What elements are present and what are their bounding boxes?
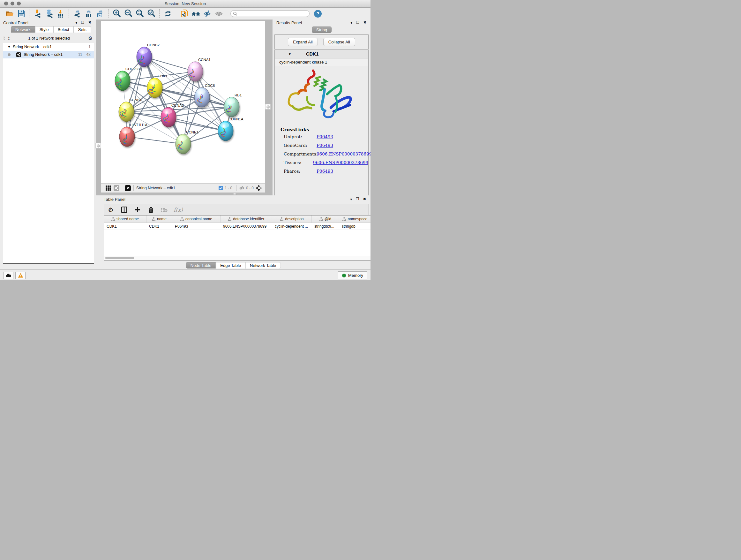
export-image-button[interactable] (95, 9, 105, 18)
save-session-button[interactable] (16, 9, 26, 18)
panel-float-icon[interactable]: ❒ (356, 20, 360, 24)
memory-button[interactable]: Memory (338, 271, 367, 279)
warnings-button[interactable] (15, 272, 25, 279)
crosslink-link[interactable]: P06493 (317, 143, 333, 148)
column-header-@id[interactable]: @id (312, 215, 339, 223)
delete-column-button[interactable] (146, 205, 156, 214)
collapse-all-chevron-icon[interactable]: ∨∨ (3, 37, 5, 40)
results-tab-string[interactable]: String (312, 26, 332, 33)
column-header-name[interactable]: name (146, 215, 172, 223)
panel-close-icon[interactable]: ✖ (363, 20, 367, 24)
network-edge[interactable] (127, 137, 183, 144)
network-node-CCNA1[interactable]: CCNA1 (188, 58, 211, 81)
window-minimize-button[interactable] (10, 2, 14, 5)
expand-all-chevron-icon[interactable]: ∧∧ (8, 37, 10, 40)
clone-network-button[interactable] (180, 9, 189, 18)
network-view-canvas[interactable]: CCNB2CCNA1CDC25BCDK1CDC6RB1CCNB1CCNA2CDK… (101, 21, 265, 183)
gear-icon[interactable]: ⚙ (88, 36, 92, 41)
entry-header-row[interactable]: ▼ CDK1 (275, 50, 368, 58)
tab-node-table[interactable]: Node Table (186, 262, 216, 268)
tab-style[interactable]: Style (35, 26, 53, 33)
show-columns-button[interactable] (119, 205, 129, 214)
network-node-HIST1H1A[interactable]: HIST1H1A (119, 123, 147, 146)
table-cell[interactable]: cyclin-dependent ... (272, 223, 312, 230)
table-cell[interactable]: stringdb (339, 223, 370, 230)
table-cell[interactable]: 9606.ENSP00000378699 (220, 223, 272, 230)
column-header-description[interactable]: description (272, 215, 312, 223)
network-edge[interactable] (144, 57, 183, 144)
fit-content-crosshair-icon[interactable] (256, 185, 262, 191)
show-graphics-details-button[interactable] (214, 9, 224, 18)
zoom-in-button[interactable] (112, 9, 122, 18)
help-button[interactable]: ? (314, 10, 322, 17)
panel-float-icon[interactable]: ❒ (81, 20, 85, 24)
scrollbar-thumb[interactable] (105, 257, 134, 259)
table-cell[interactable]: stringdb:9... (312, 223, 339, 230)
network-edge[interactable] (144, 57, 195, 71)
panel-menu-icon[interactable]: ▾ (75, 21, 78, 25)
table-cell[interactable]: P06493 (172, 223, 220, 230)
panel-close-icon[interactable]: ✖ (88, 20, 92, 24)
network-node-CDK1[interactable]: CDK1 (147, 74, 167, 98)
tab-network-table[interactable]: Network Table (246, 262, 280, 268)
table-settings-button[interactable]: ⚙ (106, 205, 116, 214)
refresh-button[interactable] (163, 9, 173, 18)
left-splitter-handle[interactable] (95, 143, 101, 148)
import-network-database-button[interactable] (44, 9, 54, 18)
table-row[interactable]: CDK1CDK1P064939606.ENSP00000378699cyclin… (104, 223, 370, 230)
selected-checkbox-icon[interactable] (219, 186, 223, 190)
network-edge[interactable] (169, 117, 226, 131)
crosslink-link[interactable]: 9606.ENSP00000378699 (317, 151, 370, 157)
entry-expander-icon[interactable]: ▼ (288, 52, 291, 56)
detach-view-icon[interactable] (125, 185, 131, 191)
import-network-file-button[interactable] (33, 9, 43, 18)
network-collection-row[interactable]: ▼ String Network – cdk1 1 (3, 43, 94, 51)
export-table-button[interactable] (84, 9, 93, 18)
table-cell[interactable]: CDK1 (146, 223, 172, 230)
tree-expander-icon[interactable]: ▼ (8, 45, 10, 49)
column-header-shared-name[interactable]: shared name (104, 215, 146, 223)
zoom-fit-button[interactable] (135, 9, 145, 18)
crosslink-link[interactable]: P06493 (317, 169, 333, 174)
table-cell[interactable]: CDK1 (104, 223, 146, 230)
add-column-button[interactable] (133, 205, 142, 214)
panel-menu-icon[interactable]: ▾ (350, 21, 353, 25)
tab-sets[interactable]: Sets (74, 26, 91, 33)
zoom-out-button[interactable] (124, 9, 133, 18)
bottom-splitter-handle[interactable] (233, 193, 237, 195)
horizontal-scrollbar[interactable] (105, 256, 370, 260)
network-node-RB1[interactable]: RB1 (224, 93, 242, 117)
search-input[interactable] (239, 11, 307, 16)
crosslink-link[interactable]: 9606.ENSP00000378699 (313, 160, 368, 165)
window-zoom-button[interactable] (17, 2, 21, 5)
tab-network[interactable]: Network (11, 26, 35, 33)
network-share-view-icon[interactable] (114, 185, 119, 191)
open-session-button[interactable] (5, 9, 14, 18)
hide-graphics-details-button[interactable] (203, 9, 212, 18)
tab-select[interactable]: Select (53, 26, 74, 33)
column-header-database-identifier[interactable]: database identifier (220, 215, 272, 223)
export-network-button[interactable] (72, 9, 82, 18)
window-close-button[interactable] (4, 2, 8, 5)
hidden-eye-slash-icon[interactable] (239, 186, 245, 190)
panel-float-icon[interactable]: ❒ (356, 197, 360, 201)
zoom-selected-button[interactable] (146, 9, 156, 18)
grid-view-icon[interactable] (106, 186, 111, 191)
network-row-selected[interactable]: String Network – cdk1 11 48 (3, 51, 94, 58)
column-header-canonical-name[interactable]: canonical name (172, 215, 220, 223)
network-node-CCNB2[interactable]: CCNB2 (137, 43, 159, 67)
home-views-button[interactable] (191, 9, 201, 18)
network-node-CDKN1A[interactable]: CDKN1A (218, 117, 244, 141)
collapse-all-button[interactable]: Collapse All (323, 38, 355, 46)
panel-close-icon[interactable]: ✖ (363, 197, 367, 201)
column-header-namespace[interactable]: namespace (339, 215, 370, 223)
tab-edge-table[interactable]: Edge Table (216, 262, 246, 268)
node-table[interactable]: shared namenamecanonical namedatabase id… (104, 215, 370, 260)
right-splitter-handle[interactable] (265, 104, 271, 110)
crosslink-link[interactable]: P06493 (317, 134, 333, 139)
cloud-button[interactable] (3, 272, 13, 279)
expand-all-button[interactable]: Expand All (288, 38, 318, 46)
panel-menu-icon[interactable]: ▾ (350, 197, 353, 201)
search-box[interactable] (230, 10, 310, 17)
import-table-button[interactable] (56, 9, 65, 18)
